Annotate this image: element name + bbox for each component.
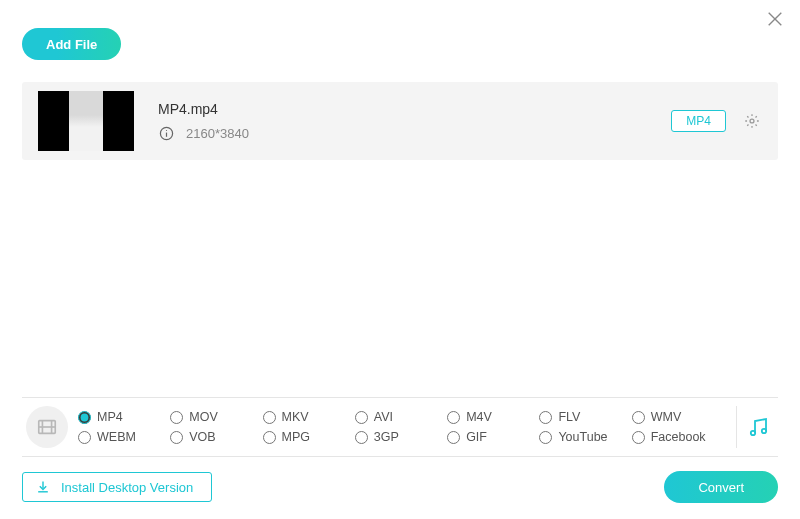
format-label: GIF — [466, 430, 487, 444]
install-desktop-label: Install Desktop Version — [61, 480, 193, 495]
format-radio[interactable] — [447, 431, 460, 444]
svg-point-4 — [165, 129, 166, 130]
toolbar: Add File — [0, 0, 800, 72]
file-meta: MP4.mp4 2160*3840 — [158, 101, 671, 141]
format-radio[interactable] — [539, 411, 552, 424]
add-file-button[interactable]: Add File — [22, 28, 121, 60]
format-option-youtube[interactable]: YouTube — [539, 430, 631, 444]
svg-point-5 — [750, 119, 754, 123]
info-icon — [158, 125, 174, 141]
format-label: 3GP — [374, 430, 399, 444]
format-label: M4V — [466, 410, 492, 424]
install-desktop-button[interactable]: Install Desktop Version — [22, 472, 212, 502]
format-option-flv[interactable]: FLV — [539, 410, 631, 424]
format-label: MP4 — [97, 410, 123, 424]
format-label: WMV — [651, 410, 682, 424]
format-radio[interactable] — [78, 411, 91, 424]
convert-button[interactable]: Convert — [664, 471, 778, 503]
format-label: Facebook — [651, 430, 706, 444]
svg-point-10 — [750, 431, 754, 435]
audio-category-button[interactable] — [736, 406, 778, 448]
output-format-tag[interactable]: MP4 — [671, 110, 726, 132]
download-icon — [35, 479, 51, 495]
format-label: MKV — [282, 410, 309, 424]
format-option-avi[interactable]: AVI — [355, 410, 447, 424]
video-category-icon[interactable] — [26, 406, 68, 448]
format-option-mp4[interactable]: MP4 — [78, 410, 170, 424]
format-option-mpg[interactable]: MPG — [263, 430, 355, 444]
format-radio[interactable] — [632, 431, 645, 444]
format-label: MPG — [282, 430, 310, 444]
format-grid: MP4MOVMKVAVIM4VFLVWMVWEBMVOBMPG3GPGIFYou… — [78, 410, 732, 444]
format-radio[interactable] — [447, 411, 460, 424]
bottom-bar: Install Desktop Version Convert — [22, 471, 778, 503]
format-radio[interactable] — [355, 431, 368, 444]
close-button[interactable] — [766, 10, 786, 30]
format-label: WEBM — [97, 430, 136, 444]
format-radio[interactable] — [170, 431, 183, 444]
file-thumbnail — [38, 91, 134, 151]
format-option-webm[interactable]: WEBM — [78, 430, 170, 444]
format-option-mkv[interactable]: MKV — [263, 410, 355, 424]
file-resolution: 2160*3840 — [186, 126, 249, 141]
format-label: VOB — [189, 430, 215, 444]
format-option-mov[interactable]: MOV — [170, 410, 262, 424]
format-label: YouTube — [558, 430, 607, 444]
format-option-m4v[interactable]: M4V — [447, 410, 539, 424]
format-radio[interactable] — [170, 411, 183, 424]
settings-button[interactable] — [742, 111, 762, 131]
format-radio[interactable] — [263, 411, 276, 424]
format-radio[interactable] — [263, 431, 276, 444]
format-option-vob[interactable]: VOB — [170, 430, 262, 444]
file-item: MP4.mp4 2160*3840 MP4 — [22, 82, 778, 160]
format-bar: MP4MOVMKVAVIM4VFLVWMVWEBMVOBMPG3GPGIFYou… — [22, 397, 778, 457]
format-label: AVI — [374, 410, 393, 424]
format-option-wmv[interactable]: WMV — [632, 410, 724, 424]
format-radio[interactable] — [632, 411, 645, 424]
format-radio[interactable] — [539, 431, 552, 444]
format-option-gif[interactable]: GIF — [447, 430, 539, 444]
file-name: MP4.mp4 — [158, 101, 671, 117]
format-option-3gp[interactable]: 3GP — [355, 430, 447, 444]
format-label: FLV — [558, 410, 580, 424]
format-radio[interactable] — [355, 411, 368, 424]
svg-point-11 — [761, 429, 765, 433]
format-label: MOV — [189, 410, 217, 424]
format-option-facebook[interactable]: Facebook — [632, 430, 724, 444]
format-radio[interactable] — [78, 431, 91, 444]
